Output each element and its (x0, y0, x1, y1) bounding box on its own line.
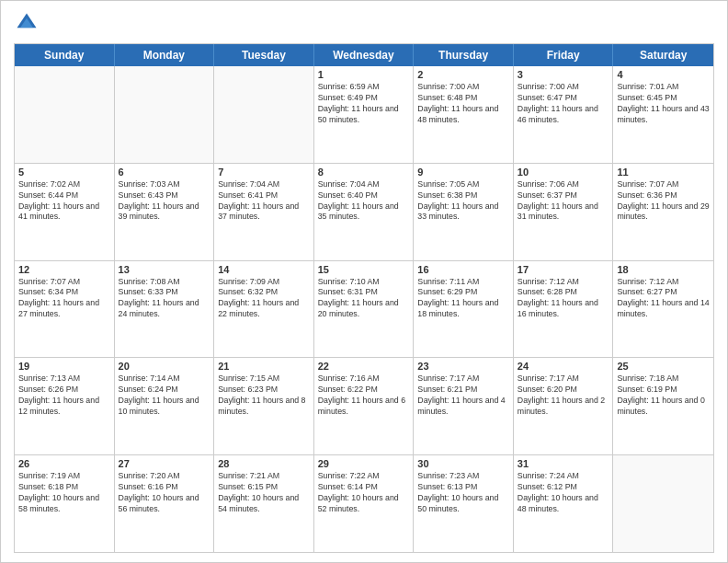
calendar-day-cell: 5Sunrise: 7:02 AM Sunset: 6:44 PM Daylig… (15, 164, 115, 260)
day-number: 15 (318, 264, 410, 275)
day-number: 19 (18, 361, 110, 372)
day-details: Sunrise: 7:22 AM Sunset: 6:14 PM Dayligh… (318, 471, 410, 515)
calendar-week-row: 26Sunrise: 7:19 AM Sunset: 6:18 PM Dayli… (15, 455, 713, 552)
calendar: SundayMondayTuesdayWednesdayThursdayFrid… (14, 43, 714, 553)
day-details: Sunrise: 7:04 AM Sunset: 6:41 PM Dayligh… (218, 179, 310, 224)
day-details: Sunrise: 7:19 AM Sunset: 6:18 PM Dayligh… (18, 471, 110, 515)
day-number: 9 (417, 167, 509, 178)
calendar-day-cell: 18Sunrise: 7:12 AM Sunset: 6:27 PM Dayli… (613, 261, 713, 358)
day-details: Sunrise: 7:03 AM Sunset: 6:43 PM Dayligh… (119, 179, 210, 224)
day-details: Sunrise: 7:17 AM Sunset: 6:20 PM Dayligh… (518, 373, 609, 418)
calendar-day-cell: 11Sunrise: 7:07 AM Sunset: 6:36 PM Dayli… (613, 164, 713, 260)
logo-icon (14, 10, 40, 36)
day-details: Sunrise: 7:13 AM Sunset: 6:26 PM Dayligh… (18, 373, 110, 418)
calendar-day-cell: 31Sunrise: 7:24 AM Sunset: 6:12 PM Dayli… (514, 455, 614, 552)
calendar-day-cell (214, 66, 314, 163)
day-number: 31 (518, 458, 609, 469)
day-details: Sunrise: 7:12 AM Sunset: 6:27 PM Dayligh… (617, 277, 710, 321)
day-details: Sunrise: 7:15 AM Sunset: 6:23 PM Dayligh… (218, 373, 310, 418)
calendar-day-cell: 13Sunrise: 7:08 AM Sunset: 6:33 PM Dayli… (115, 261, 215, 358)
day-number: 13 (119, 264, 210, 275)
calendar-body: 1Sunrise: 6:59 AM Sunset: 6:49 PM Daylig… (15, 66, 713, 552)
day-details: Sunrise: 7:16 AM Sunset: 6:22 PM Dayligh… (318, 373, 410, 418)
calendar-day-cell: 3Sunrise: 7:00 AM Sunset: 6:47 PM Daylig… (514, 66, 614, 163)
calendar-day-cell: 2Sunrise: 7:00 AM Sunset: 6:48 PM Daylig… (414, 66, 514, 163)
day-number: 26 (18, 458, 110, 469)
day-number: 16 (417, 264, 509, 275)
day-details: Sunrise: 7:24 AM Sunset: 6:12 PM Dayligh… (518, 471, 609, 515)
calendar-day-cell: 9Sunrise: 7:05 AM Sunset: 6:38 PM Daylig… (414, 164, 514, 260)
day-number: 22 (318, 361, 410, 372)
day-number: 20 (119, 361, 210, 372)
day-details: Sunrise: 7:17 AM Sunset: 6:21 PM Dayligh… (417, 373, 509, 418)
calendar-day-cell: 20Sunrise: 7:14 AM Sunset: 6:24 PM Dayli… (115, 358, 215, 454)
weekday-header: Friday (514, 44, 614, 66)
day-number: 27 (119, 458, 210, 469)
day-number: 7 (218, 167, 310, 178)
calendar-day-cell (15, 66, 115, 163)
calendar-day-cell: 15Sunrise: 7:10 AM Sunset: 6:31 PM Dayli… (314, 261, 415, 358)
weekday-header: Monday (115, 44, 215, 66)
day-details: Sunrise: 7:10 AM Sunset: 6:31 PM Dayligh… (318, 277, 410, 321)
calendar-day-cell: 17Sunrise: 7:12 AM Sunset: 6:28 PM Dayli… (514, 261, 614, 358)
calendar-day-cell: 28Sunrise: 7:21 AM Sunset: 6:15 PM Dayli… (214, 455, 314, 552)
calendar-day-cell: 23Sunrise: 7:17 AM Sunset: 6:21 PM Dayli… (414, 358, 514, 454)
day-details: Sunrise: 7:00 AM Sunset: 6:48 PM Dayligh… (417, 82, 509, 126)
page: SundayMondayTuesdayWednesdayThursdayFrid… (0, 0, 728, 563)
day-details: Sunrise: 7:12 AM Sunset: 6:28 PM Dayligh… (518, 277, 609, 321)
day-number: 24 (518, 361, 609, 372)
calendar-day-cell (613, 455, 713, 552)
day-number: 30 (417, 458, 509, 469)
day-number: 21 (218, 361, 310, 372)
calendar-day-cell: 27Sunrise: 7:20 AM Sunset: 6:16 PM Dayli… (115, 455, 215, 552)
calendar-day-cell: 12Sunrise: 7:07 AM Sunset: 6:34 PM Dayli… (15, 261, 115, 358)
day-number: 2 (417, 69, 509, 80)
day-number: 17 (518, 264, 609, 275)
day-details: Sunrise: 7:23 AM Sunset: 6:13 PM Dayligh… (417, 471, 509, 515)
day-number: 6 (119, 167, 210, 178)
logo (14, 10, 43, 36)
calendar-day-cell: 6Sunrise: 7:03 AM Sunset: 6:43 PM Daylig… (115, 164, 215, 260)
day-details: Sunrise: 6:59 AM Sunset: 6:49 PM Dayligh… (318, 82, 410, 126)
day-details: Sunrise: 7:01 AM Sunset: 6:45 PM Dayligh… (617, 82, 710, 126)
day-details: Sunrise: 7:00 AM Sunset: 6:47 PM Dayligh… (518, 82, 609, 126)
day-details: Sunrise: 7:11 AM Sunset: 6:29 PM Dayligh… (417, 277, 509, 321)
calendar-day-cell: 16Sunrise: 7:11 AM Sunset: 6:29 PM Dayli… (414, 261, 514, 358)
calendar-day-cell: 1Sunrise: 6:59 AM Sunset: 6:49 PM Daylig… (314, 66, 415, 163)
day-details: Sunrise: 7:02 AM Sunset: 6:44 PM Dayligh… (18, 179, 110, 224)
calendar-day-cell (115, 66, 215, 163)
day-details: Sunrise: 7:07 AM Sunset: 6:36 PM Dayligh… (617, 179, 710, 224)
day-number: 18 (617, 264, 710, 275)
calendar-day-cell: 7Sunrise: 7:04 AM Sunset: 6:41 PM Daylig… (214, 164, 314, 260)
calendar-day-cell: 19Sunrise: 7:13 AM Sunset: 6:26 PM Dayli… (15, 358, 115, 454)
day-number: 4 (617, 69, 710, 80)
day-details: Sunrise: 7:07 AM Sunset: 6:34 PM Dayligh… (18, 277, 110, 321)
calendar-week-row: 5Sunrise: 7:02 AM Sunset: 6:44 PM Daylig… (15, 164, 713, 261)
day-number: 29 (318, 458, 410, 469)
weekday-header: Sunday (15, 44, 115, 66)
day-number: 28 (218, 458, 310, 469)
weekday-header: Tuesday (214, 44, 314, 66)
day-details: Sunrise: 7:05 AM Sunset: 6:38 PM Dayligh… (417, 179, 509, 224)
day-number: 12 (18, 264, 110, 275)
calendar-week-row: 12Sunrise: 7:07 AM Sunset: 6:34 PM Dayli… (15, 261, 713, 359)
day-number: 3 (518, 69, 609, 80)
calendar-day-cell: 26Sunrise: 7:19 AM Sunset: 6:18 PM Dayli… (15, 455, 115, 552)
day-number: 5 (18, 167, 110, 178)
header (14, 10, 714, 36)
weekday-header: Wednesday (314, 44, 415, 66)
weekday-header: Saturday (613, 44, 713, 66)
day-number: 25 (617, 361, 710, 372)
calendar-day-cell: 21Sunrise: 7:15 AM Sunset: 6:23 PM Dayli… (214, 358, 314, 454)
calendar-day-cell: 25Sunrise: 7:18 AM Sunset: 6:19 PM Dayli… (613, 358, 713, 454)
day-number: 23 (417, 361, 509, 372)
day-details: Sunrise: 7:09 AM Sunset: 6:32 PM Dayligh… (218, 277, 310, 321)
day-details: Sunrise: 7:14 AM Sunset: 6:24 PM Dayligh… (119, 373, 210, 418)
day-number: 14 (218, 264, 310, 275)
day-number: 1 (318, 69, 410, 80)
day-details: Sunrise: 7:21 AM Sunset: 6:15 PM Dayligh… (218, 471, 310, 515)
day-details: Sunrise: 7:04 AM Sunset: 6:40 PM Dayligh… (318, 179, 410, 224)
day-number: 11 (617, 167, 710, 178)
day-number: 8 (318, 167, 410, 178)
day-details: Sunrise: 7:20 AM Sunset: 6:16 PM Dayligh… (119, 471, 210, 515)
